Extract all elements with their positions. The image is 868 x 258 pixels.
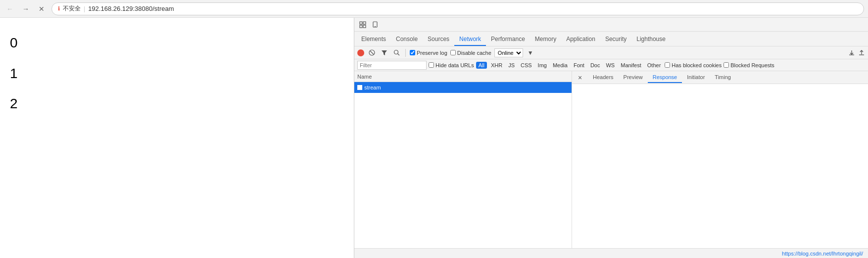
tab-memory[interactable]: Memory: [530, 33, 561, 46]
request-list-body: stream: [354, 82, 572, 248]
hide-data-urls-checkbox[interactable]: [429, 62, 434, 68]
filter-font-button[interactable]: Font: [572, 62, 586, 69]
filter-css-button[interactable]: CSS: [519, 62, 534, 69]
forward-button[interactable]: →: [20, 3, 32, 15]
tab-sources[interactable]: Sources: [423, 33, 454, 46]
preserve-log-label: Preserve log: [417, 50, 447, 56]
main-area: 0 1 2 Elemen: [0, 18, 868, 258]
blocked-requests-checkbox[interactable]: [723, 62, 729, 68]
tab-console[interactable]: Console: [391, 33, 423, 46]
svg-rect-0: [360, 22, 362, 24]
filter-media-button[interactable]: Media: [551, 62, 570, 69]
request-type-icon: [357, 85, 362, 90]
disable-cache-label: Disable cache: [457, 50, 491, 56]
filter-js-button[interactable]: JS: [506, 62, 517, 69]
tab-security[interactable]: Security: [600, 33, 631, 46]
throttle-dropdown-button[interactable]: ▼: [526, 49, 535, 57]
resp-tab-initiator[interactable]: Initiator: [682, 72, 710, 83]
preserve-log-checkbox-label[interactable]: Preserve log: [410, 50, 447, 56]
insecure-label: 不安全: [63, 4, 81, 13]
filter-bar: Hide data URLs All XHR JS CSS Img Media …: [354, 59, 868, 71]
blocked-requests-text: Blocked Requests: [730, 62, 774, 68]
resp-tab-response[interactable]: Response: [648, 72, 682, 83]
hide-data-urls-label[interactable]: Hide data URLs: [429, 62, 474, 68]
has-blocked-cookies-label[interactable]: Has blocked cookies: [665, 62, 722, 68]
clear-button[interactable]: [367, 49, 377, 56]
export-button[interactable]: [858, 49, 865, 56]
import-button[interactable]: [848, 49, 855, 56]
svg-rect-5: [375, 26, 376, 27]
back-button[interactable]: ←: [4, 3, 16, 15]
inspect-element-button[interactable]: [357, 19, 368, 30]
toolbar-separator-1: [405, 49, 406, 57]
url-display: 192.168.26.129:38080/stream: [88, 5, 174, 12]
preserve-log-checkbox[interactable]: [410, 50, 415, 55]
page-line-1: 1: [10, 58, 344, 89]
svg-rect-1: [360, 25, 362, 28]
blocked-requests-label[interactable]: Blocked Requests: [723, 62, 774, 68]
tab-elements[interactable]: Elements: [356, 33, 391, 46]
tab-performance[interactable]: Performance: [486, 33, 530, 46]
resp-tab-timing[interactable]: Timing: [710, 72, 736, 83]
svg-line-7: [370, 51, 374, 54]
disable-cache-checkbox[interactable]: [450, 50, 456, 55]
devtools-icons-row: [354, 18, 868, 32]
resp-tab-preview[interactable]: Preview: [619, 72, 648, 83]
filter-xhr-button[interactable]: XHR: [489, 62, 504, 69]
name-column-header: Name: [357, 74, 372, 80]
response-body: [572, 84, 868, 248]
reload-button[interactable]: ✕: [36, 3, 48, 15]
resp-tab-headers[interactable]: Headers: [588, 72, 619, 83]
tab-application[interactable]: Application: [561, 33, 600, 46]
address-bar[interactable]: ℹ 不安全 | 192.168.26.129:38080/stream: [51, 2, 864, 15]
request-list-header: Name: [354, 71, 572, 82]
svg-rect-3: [363, 25, 366, 28]
svg-point-9: [394, 50, 398, 54]
close-response-panel-button[interactable]: ×: [575, 73, 585, 83]
insecure-icon: ℹ: [58, 5, 60, 12]
filter-doc-button[interactable]: Doc: [588, 62, 602, 69]
response-tabs-row: × Headers Preview Response Initiator Tim…: [572, 71, 868, 84]
page-content: 0 1 2: [0, 18, 354, 258]
svg-rect-2: [363, 22, 366, 24]
tab-lighthouse[interactable]: Lighthouse: [631, 33, 671, 46]
filter-all-button[interactable]: All: [476, 62, 487, 69]
filter-ws-button[interactable]: WS: [604, 62, 617, 69]
has-blocked-cookies-text: Has blocked cookies: [672, 62, 722, 68]
filter-manifest-button[interactable]: Manifest: [619, 62, 643, 69]
devtools-network-toolbar: Preserve log Disable cache Online ▼: [354, 46, 868, 59]
browser-toolbar: ← → ✕ ℹ 不安全 | 192.168.26.129:38080/strea…: [0, 0, 868, 18]
svg-line-10: [398, 54, 400, 56]
throttle-select[interactable]: Online: [494, 48, 523, 57]
devtools-tabs: Elements Console Sources Network Perform…: [354, 32, 868, 46]
request-row-stream[interactable]: stream: [354, 82, 572, 93]
request-name: stream: [364, 85, 381, 90]
status-url[interactable]: https://blog.csdn.net/lhrtongqingil/: [782, 251, 863, 257]
device-toolbar-button[interactable]: [370, 19, 381, 30]
hide-data-urls-text: Hide data URLs: [435, 62, 474, 68]
page-line-2: 2: [10, 88, 344, 119]
devtools-panel: Elements Console Sources Network Perform…: [354, 18, 868, 258]
network-content: Name stream × Headers Preview Response I…: [354, 71, 868, 248]
disable-cache-checkbox-label[interactable]: Disable cache: [450, 50, 491, 56]
record-button[interactable]: [357, 49, 364, 56]
tab-network[interactable]: Network: [454, 33, 486, 46]
status-bar: https://blog.csdn.net/lhrtongqingil/: [354, 248, 868, 258]
filter-input[interactable]: [357, 61, 427, 70]
has-blocked-cookies-checkbox[interactable]: [665, 62, 670, 68]
filter-button[interactable]: [380, 49, 389, 56]
response-panel: × Headers Preview Response Initiator Tim…: [572, 71, 868, 248]
page-line-0: 0: [10, 28, 344, 58]
request-list: Name stream: [354, 71, 572, 248]
filter-img-button[interactable]: Img: [536, 62, 549, 69]
filter-other-button[interactable]: Other: [645, 62, 663, 69]
svg-marker-8: [382, 50, 387, 55]
search-button[interactable]: [392, 49, 401, 56]
